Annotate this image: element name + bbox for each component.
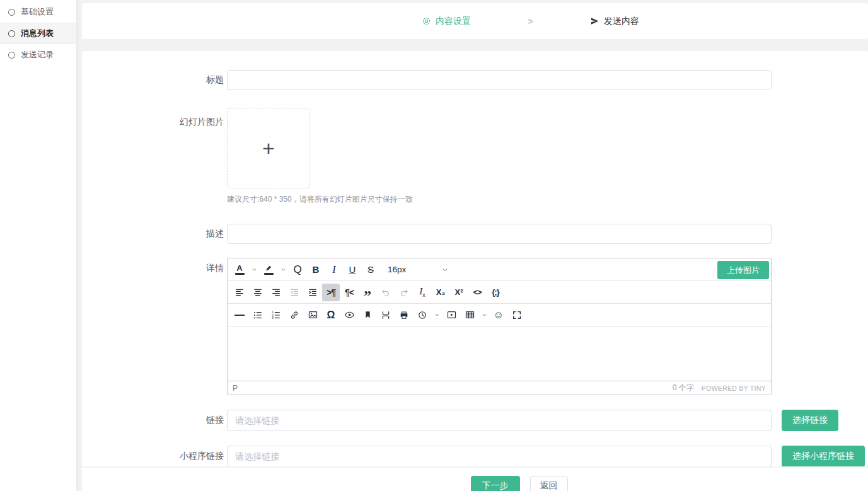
gear-icon [422, 16, 431, 26]
omega-icon: Ω [327, 309, 335, 321]
plus-icon: + [262, 137, 275, 159]
preview-button[interactable] [340, 306, 358, 324]
mini-program-link-label: 小程序链接 [82, 451, 224, 462]
align-left-icon [234, 287, 245, 297]
bold-button[interactable]: B [307, 261, 325, 279]
blockquote-button[interactable]: ” [359, 284, 376, 301]
bullet-list-button[interactable] [249, 306, 267, 324]
detail-row: 详情 A [82, 258, 868, 395]
choose-mini-program-link-button[interactable]: 选择小程序链接 [782, 446, 865, 466]
step-send-content[interactable]: 发送内容 [590, 16, 639, 27]
emoji-button[interactable]: ☺ [490, 306, 507, 324]
table-menu-button[interactable] [479, 306, 489, 324]
italic-button[interactable]: I [325, 261, 343, 279]
image-upload-box[interactable]: + [227, 108, 310, 188]
redo-icon [399, 287, 409, 297]
superscript-button[interactable]: X² [450, 284, 468, 301]
indent-button[interactable] [304, 284, 321, 301]
mini-program-link-input[interactable] [227, 446, 772, 466]
next-step-button[interactable]: 下一步 [471, 476, 520, 491]
description-input[interactable] [227, 224, 772, 244]
main-content: 内容设置 > 发送内容 标题 幻灯片图片 + 建议尺寸:640 [82, 0, 868, 491]
print-button[interactable] [395, 306, 413, 324]
choose-link-button[interactable]: 选择链接 [782, 410, 838, 431]
editor-toolbar-row3: — 123 Ω [228, 304, 771, 326]
sidebar-item-label: 发送记录 [21, 49, 54, 61]
link-button[interactable] [286, 306, 303, 324]
horizontal-rule-button[interactable]: — [231, 306, 248, 324]
media-icon [446, 309, 457, 320]
chevron-down-icon [442, 267, 448, 273]
code-button[interactable]: <> [468, 284, 486, 301]
highlighter-icon [264, 265, 273, 272]
clear-formatting-icon: Ix [419, 286, 425, 298]
slide-label: 幻灯片图片 [82, 108, 224, 128]
sidebar-item-message-list[interactable]: 消息列表 [0, 23, 76, 44]
insert-datetime-button[interactable] [414, 306, 431, 324]
redo-button [395, 284, 413, 301]
link-input[interactable] [227, 410, 772, 431]
sidebar-item-basic-settings[interactable]: 基础设置 [0, 1, 76, 23]
table-button[interactable] [461, 306, 478, 324]
detail-label: 详情 [82, 258, 224, 274]
form-card: 标题 幻灯片图片 + 建议尺寸:640 * 350，请将所有幻灯片图片尺寸保持一… [82, 51, 868, 466]
emoji-icon: ☺ [494, 309, 504, 321]
subscript-icon: X₂ [436, 287, 445, 297]
svg-text:3: 3 [272, 316, 274, 320]
powered-by-tiny-link[interactable]: POWERED BY TINY [702, 384, 766, 392]
align-right-button[interactable] [267, 284, 285, 301]
background-color-button[interactable] [260, 261, 277, 279]
step-content-settings[interactable]: 内容设置 [422, 16, 471, 27]
back-button[interactable]: 返回 [530, 476, 568, 491]
font-size-select[interactable]: 16px [383, 261, 452, 279]
underline-button[interactable]: U [344, 261, 361, 279]
chevron-down-icon [281, 267, 286, 272]
editor-status-bar: P 0 个字 POWERED BY TINY [228, 381, 771, 395]
code-sample-button[interactable]: {;} [487, 284, 504, 301]
numbered-list-button[interactable]: 123 [267, 306, 285, 324]
italic-icon: I [332, 264, 335, 275]
rich-text-editor: A Q [227, 258, 772, 395]
text-color-menu-button[interactable] [249, 261, 259, 279]
subscript-button[interactable]: X₂ [432, 284, 449, 301]
page-break-button[interactable] [377, 306, 395, 324]
insert-media-button[interactable] [443, 306, 460, 324]
strikethrough-button[interactable]: S [362, 261, 379, 279]
underline-icon: U [349, 264, 356, 275]
ltr-direction-button[interactable]: >¶ [322, 284, 340, 301]
step-label: 发送内容 [604, 16, 639, 27]
description-row: 描述 [82, 224, 868, 244]
page-break-icon [381, 310, 391, 320]
insert-image-button[interactable] [304, 306, 321, 324]
search-replace-button[interactable]: Q [289, 261, 306, 279]
special-character-button[interactable]: Ω [322, 306, 340, 324]
rtl-direction-button[interactable]: ¶< [340, 284, 358, 301]
paper-plane-icon [590, 16, 599, 26]
background-color-menu-button[interactable] [278, 261, 288, 279]
slide-size-hint: 建议尺寸:640 * 350，请将所有幻灯片图片尺寸保持一致 [227, 194, 772, 205]
circle-icon [8, 9, 15, 16]
text-color-button[interactable]: A [231, 261, 248, 279]
anchor-button[interactable] [359, 306, 376, 324]
fullscreen-button[interactable] [508, 306, 526, 324]
sidebar-item-label: 消息列表 [21, 28, 54, 39]
circle-icon [8, 52, 15, 59]
mini-program-link-row: 小程序链接 选择小程序链接 [82, 446, 868, 466]
image-icon [308, 309, 318, 320]
align-center-button[interactable] [249, 284, 267, 301]
insert-datetime-menu-button[interactable] [432, 306, 442, 324]
search-icon: Q [293, 263, 301, 276]
align-center-icon [253, 287, 263, 297]
steps: 内容设置 > 发送内容 [422, 16, 639, 27]
title-input[interactable] [227, 70, 772, 90]
link-icon [289, 310, 299, 320]
align-left-button[interactable] [231, 284, 248, 301]
editor-content-area[interactable] [228, 326, 771, 381]
clear-formatting-button[interactable]: Ix [414, 284, 431, 301]
sidebar-item-send-records[interactable]: 发送记录 [0, 44, 76, 66]
outdent-button [286, 284, 303, 301]
footer-actions: 下一步 返回 [82, 468, 868, 491]
upload-image-button[interactable]: 上传图片 [717, 261, 769, 279]
slide-row: 幻灯片图片 + 建议尺寸:640 * 350，请将所有幻灯片图片尺寸保持一致 [82, 108, 868, 205]
horizontal-rule-icon: — [234, 309, 245, 321]
